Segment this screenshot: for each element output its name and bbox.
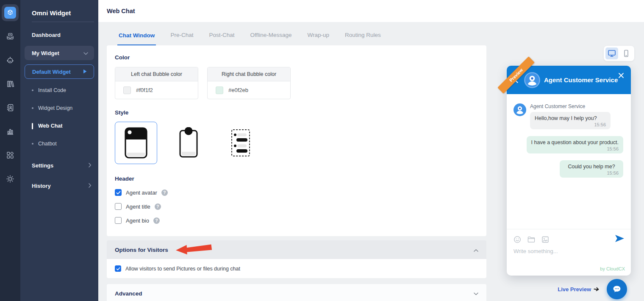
close-icon[interactable]	[618, 72, 624, 80]
checkbox-allow-files[interactable]: Allow visitors to send Pictures or files…	[107, 259, 486, 278]
rail-item-analytics[interactable]	[2, 123, 19, 140]
chat-messages: Agent Customer Service Hello,how may I h…	[507, 94, 631, 178]
color-section-title: Color	[115, 54, 478, 61]
content-area: Chat Window Pre-Chat Post-Chat Offline-M…	[98, 22, 644, 301]
sidebar-item-web-chat[interactable]: Web Chat	[20, 120, 98, 132]
settings-gear-icon	[6, 174, 15, 184]
tab-chat-window[interactable]: Chat Window	[117, 32, 156, 45]
bullet-dot-icon	[32, 89, 33, 91]
sidebar-item-settings[interactable]: Settings	[20, 158, 98, 173]
checkbox-checked-icon[interactable]	[115, 189, 122, 196]
header-section-title: Header	[115, 176, 478, 182]
rail-item-contacts[interactable]	[2, 99, 19, 116]
rail-item-settings[interactable]	[2, 170, 19, 187]
color-hex-value: #e0f2eb	[228, 87, 248, 93]
default-widget-button[interactable]: Default Widget	[25, 64, 94, 79]
right-bubble-color-card: Right chat Bubble color #e0f2eb	[207, 67, 291, 99]
help-icon[interactable]	[155, 203, 161, 210]
tab-routing-rules[interactable]: Routing Rules	[344, 32, 382, 45]
apps-grid-icon	[6, 150, 15, 160]
emoji-icon[interactable]	[514, 236, 521, 243]
style-option-window-with-notch[interactable]	[178, 127, 199, 159]
sidebar-divider	[32, 22, 94, 22]
chatbot-icon	[6, 56, 15, 65]
advanced-title: Advanced	[115, 290, 142, 297]
top-bar: Web Chat	[98, 0, 644, 22]
contacts-icon	[6, 103, 15, 112]
chat-launcher-button[interactable]	[607, 279, 627, 299]
options-for-visitors-header[interactable]: Options for Visitors	[107, 240, 486, 259]
sidebar-item-chatbot[interactable]: Chatbot	[20, 137, 98, 150]
sidebar-item-widget-design[interactable]: Widget Design	[20, 102, 98, 114]
conversations-icon	[6, 32, 15, 41]
desktop-icon	[608, 49, 616, 58]
live-preview-link[interactable]: Live Preview	[558, 286, 599, 293]
rail-item-chatbot[interactable]	[2, 52, 19, 69]
color-cards-row: Left chat Bubble color #f0f1f2 Right cha…	[115, 67, 478, 99]
live-preview-row: Live Preview	[558, 279, 627, 299]
message-timestamp: 15:56	[535, 122, 606, 127]
my-widget-dropdown[interactable]: My Widget	[25, 46, 94, 60]
image-attach-icon[interactable]	[541, 236, 549, 243]
sidebar: Omni Widget Dashboard My Widget Default …	[20, 0, 98, 301]
checkbox-agent-title[interactable]: Agent title	[115, 203, 478, 210]
sidebar-item-dashboard[interactable]: Dashboard	[20, 27, 98, 42]
arrow-right-icon	[593, 286, 600, 292]
branding-label: by CloudCX	[600, 266, 625, 271]
rail-item-apps[interactable]	[2, 147, 19, 164]
color-card-label: Right chat Bubble color	[208, 67, 290, 81]
chat-agent-title: Agent Customer Service	[544, 66, 618, 94]
rail-item-widget[interactable]	[2, 4, 19, 21]
agent-avatar	[524, 72, 540, 90]
knowledge-base-icon	[6, 79, 15, 89]
agent-avatar-small	[514, 103, 526, 129]
agent-message-sender: Agent Customer Service	[530, 103, 611, 109]
mobile-preview-button[interactable]	[620, 47, 633, 59]
play-icon	[83, 69, 87, 75]
checkbox-unchecked-icon[interactable]	[115, 203, 122, 210]
left-bubble-color-picker[interactable]: #f0f1f2	[115, 81, 198, 99]
main-area: Web Chat Chat Window Pre-Chat Post-Chat …	[98, 0, 644, 301]
checkbox-agent-bio[interactable]: Agent bio	[115, 217, 478, 224]
help-icon[interactable]	[161, 190, 168, 196]
desktop-preview-button[interactable]	[605, 47, 618, 59]
annotation-arrow	[174, 244, 214, 256]
sidebar-item-history[interactable]: History	[20, 178, 98, 193]
message-input[interactable]	[514, 248, 624, 264]
active-indicator-bar	[32, 123, 33, 129]
right-bubble-color-picker[interactable]: #e0f2eb	[208, 81, 290, 99]
checkbox-agent-avatar[interactable]: Agent avatar	[115, 189, 478, 196]
checkbox-unchecked-icon[interactable]	[115, 217, 122, 224]
chat-window-settings-card: Color Left chat Bubble color #f0f1f2 Rig…	[107, 45, 486, 236]
color-swatch[interactable]	[123, 86, 131, 94]
sidebar-item-install-code[interactable]: Install Code	[20, 84, 98, 97]
agent-message-row: Agent Customer Service Hello,how may I h…	[507, 103, 631, 129]
advanced-panel[interactable]: Advanced	[107, 284, 486, 301]
file-attach-icon[interactable]	[527, 236, 536, 243]
options-for-visitors-title: Options for Visitors	[115, 247, 168, 253]
style-option-bubbles-only[interactable]	[231, 129, 250, 157]
visitor-message-bubble: Could you help me? 15:56	[560, 160, 623, 178]
send-icon[interactable]	[615, 235, 624, 244]
tab-post-chat[interactable]: Post-Chat	[208, 32, 236, 45]
rail-item-conversations[interactable]	[2, 28, 19, 45]
widget-cube-icon	[4, 7, 16, 19]
message-timestamp: 15:56	[564, 170, 619, 176]
tab-wrap-up[interactable]: Wrap-up	[306, 32, 330, 45]
style-option-window-with-header[interactable]	[115, 122, 157, 164]
color-swatch[interactable]	[216, 86, 223, 94]
tab-offline-message[interactable]: Offline-Message	[249, 32, 293, 45]
checkbox-checked-icon[interactable]	[115, 265, 121, 272]
chevron-up-icon	[474, 246, 478, 254]
style-window-notch-icon	[178, 127, 199, 159]
help-icon[interactable]	[153, 217, 160, 224]
tab-pre-chat[interactable]: Pre-Chat	[169, 32, 194, 45]
chevron-down-icon	[474, 290, 478, 297]
rail-item-knowledge-base[interactable]	[2, 75, 19, 92]
message-timestamp: 15:56	[531, 146, 619, 151]
chat-preview-widget: Preview Agent Customer Service	[507, 66, 631, 276]
left-bubble-color-card: Left chat Bubble color #f0f1f2	[115, 67, 198, 99]
options-for-visitors-panel: Options for Visitors Allow visitors to s…	[107, 240, 486, 278]
icon-rail	[0, 0, 20, 301]
style-options-row	[115, 122, 478, 164]
